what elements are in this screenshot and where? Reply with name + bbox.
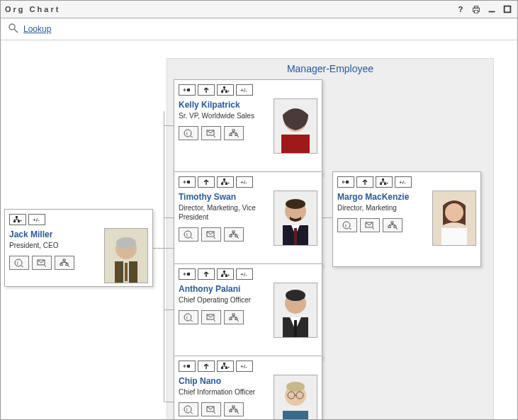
person-name[interactable]: Anthony Palani (179, 284, 269, 294)
email-button[interactable] (201, 402, 221, 416)
connector (164, 402, 174, 402)
org-chart-window: Org Chart ? Lookup Manager-Employee (0, 0, 518, 420)
card-employee: + +/- Margo MacKenzie Director, Marketin… (332, 171, 481, 267)
card-employee: + +/- Chip Nano Chief Information Office… (174, 356, 322, 419)
person-name[interactable]: Jack Miller (9, 229, 100, 239)
svg-text:+/-: +/- (240, 363, 247, 370)
help-button[interactable]: ? (455, 4, 466, 15)
nav-left-icon[interactable] (179, 176, 196, 188)
hierarchy-button[interactable] (224, 227, 244, 242)
hierarchy-button[interactable] (224, 126, 244, 140)
svg-rect-71 (235, 235, 237, 237)
nav-up-icon[interactable] (198, 84, 215, 96)
hierarchy-button[interactable] (224, 402, 244, 416)
info-button[interactable]: i (179, 126, 198, 140)
info-button[interactable]: i (179, 310, 198, 324)
svg-rect-82 (187, 273, 190, 276)
email-button[interactable] (360, 218, 380, 232)
info-button[interactable]: i (337, 218, 357, 232)
person-title: Director, Marketing (337, 203, 428, 212)
nav-hierarchy-icon[interactable]: + (217, 268, 234, 280)
nav-up-icon[interactable] (356, 176, 373, 188)
svg-point-157 (445, 203, 463, 222)
svg-rect-70 (230, 235, 232, 237)
nav-hierarchy-icon[interactable]: + (217, 176, 234, 188)
person-photo (104, 228, 148, 283)
person-title: Director, Marketing, Vice President (179, 203, 269, 222)
nav-hierarchy-icon[interactable]: + (9, 214, 26, 225)
person-name[interactable]: Timothy Swan (179, 192, 269, 202)
svg-text:+: + (227, 181, 230, 185)
print-button[interactable] (471, 4, 482, 15)
info-button[interactable]: i (179, 402, 198, 416)
nav-left-icon[interactable] (179, 84, 196, 96)
nav-up-icon[interactable] (198, 361, 215, 372)
svg-rect-33 (187, 89, 190, 91)
expand-collapse-icon[interactable]: +/- (236, 361, 253, 372)
expand-collapse-icon[interactable]: +/- (236, 268, 253, 280)
svg-rect-56 (187, 181, 190, 183)
expand-collapse-icon[interactable]: +/- (28, 214, 45, 225)
maximize-button[interactable] (502, 4, 513, 15)
svg-point-17 (15, 259, 22, 266)
person-title: Chief Operating Officer (179, 295, 269, 305)
titlebar: Org Chart ? (1, 1, 517, 18)
minimize-button[interactable] (486, 4, 497, 15)
svg-point-118 (184, 406, 191, 413)
svg-rect-3 (474, 11, 478, 13)
svg-rect-135 (346, 181, 349, 183)
expand-collapse-icon[interactable]: +/- (236, 176, 253, 188)
email-button[interactable] (32, 256, 52, 270)
nav-up-icon[interactable] (198, 176, 215, 188)
email-button[interactable] (201, 126, 221, 140)
svg-text:?: ? (458, 5, 466, 13)
info-button[interactable]: i (9, 256, 29, 270)
svg-rect-108 (187, 365, 190, 368)
search-icon (8, 23, 19, 35)
svg-text:+/-: +/- (240, 87, 247, 93)
svg-rect-8 (16, 216, 18, 218)
nav-hierarchy-icon[interactable]: + (376, 176, 393, 188)
person-photo (274, 283, 317, 338)
connector (164, 310, 174, 310)
svg-rect-148 (391, 222, 393, 224)
svg-rect-21 (60, 263, 62, 266)
svg-text:i: i (186, 130, 188, 137)
person-name[interactable]: Kelly Kilpatrick (179, 100, 269, 110)
svg-rect-149 (388, 226, 390, 228)
svg-text:i: i (186, 314, 188, 321)
nav-left-icon[interactable] (337, 176, 354, 188)
nav-hierarchy-icon[interactable]: + (217, 361, 234, 372)
svg-rect-123 (235, 410, 237, 412)
hierarchy-button[interactable] (55, 256, 74, 270)
nav-left-icon[interactable] (179, 361, 196, 372)
svg-rect-4 (489, 11, 495, 13)
person-name[interactable]: Margo MacKenzie (337, 192, 428, 202)
svg-text:+/-: +/- (240, 179, 247, 186)
svg-rect-122 (230, 410, 232, 412)
card-manager: + +/- Jack Miller President, CEO i (4, 209, 153, 287)
hierarchy-button[interactable] (383, 218, 402, 232)
svg-rect-57 (223, 178, 225, 181)
nav-up-icon[interactable] (198, 268, 215, 280)
person-name[interactable]: Chip Nano (179, 376, 269, 386)
info-button[interactable]: i (179, 227, 198, 242)
connector (164, 111, 164, 402)
email-button[interactable] (201, 310, 221, 324)
email-button[interactable] (201, 227, 221, 242)
expand-collapse-icon[interactable]: +/- (236, 84, 253, 96)
svg-rect-136 (382, 178, 384, 181)
svg-rect-69 (232, 231, 235, 233)
svg-rect-2 (474, 6, 478, 8)
lookup-link[interactable]: Lookup (23, 24, 51, 34)
person-photo (274, 98, 317, 154)
svg-text:i: i (345, 222, 347, 229)
svg-rect-107 (294, 320, 297, 337)
svg-rect-81 (294, 228, 297, 245)
svg-text:+: + (227, 365, 230, 369)
nav-hierarchy-icon[interactable]: + (217, 84, 234, 96)
expand-collapse-icon[interactable]: +/- (395, 176, 412, 188)
nav-left-icon[interactable] (179, 268, 196, 280)
person-title: Chief Information Officer (179, 387, 269, 397)
hierarchy-button[interactable] (224, 310, 244, 324)
